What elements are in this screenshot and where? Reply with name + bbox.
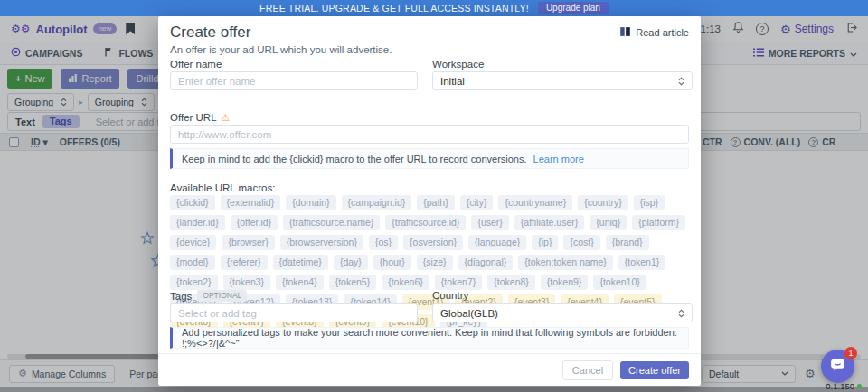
notification-badge: 1 xyxy=(844,347,857,359)
macro-chip[interactable]: {trafficsource.id} xyxy=(385,215,466,230)
macros-label: Available URL macros: xyxy=(170,182,275,193)
cancel-button[interactable]: Cancel xyxy=(562,360,613,380)
offer-name-label: Offer name xyxy=(170,59,222,70)
book-icon xyxy=(619,26,631,39)
macro-chip[interactable]: {path} xyxy=(417,195,454,210)
macro-chip[interactable]: {referer} xyxy=(221,255,268,270)
macro-chip[interactable]: {clickid} xyxy=(170,195,215,210)
create-offer-modal: Create offer An offer is your ad URL whi… xyxy=(158,16,701,386)
macro-chip[interactable]: {size} xyxy=(417,255,453,270)
macro-chip[interactable]: {diagonal} xyxy=(458,255,514,270)
macro-chip[interactable]: {browser} xyxy=(222,235,274,250)
country-label: Country xyxy=(432,290,468,301)
workspace-label: Workspace xyxy=(432,59,484,70)
macro-chip[interactable]: {uniq} xyxy=(590,215,627,230)
macro-chip[interactable]: {domain} xyxy=(286,195,335,210)
promo-banner: FREE TRIAL. UPGRADE & GET FULL ACCESS IN… xyxy=(0,0,868,16)
macro-chip[interactable]: {token1} xyxy=(618,255,666,270)
macro-chip[interactable]: {token10} xyxy=(593,275,646,290)
macro-chip[interactable]: {hour} xyxy=(373,255,411,270)
macro-chip[interactable]: {language} xyxy=(468,235,526,250)
tags-input[interactable] xyxy=(170,303,418,322)
macro-chip[interactable]: {token3} xyxy=(223,275,271,290)
clickid-note: Keep in mind to add the {clickid} macro … xyxy=(170,148,689,169)
macro-chip[interactable]: {device} xyxy=(170,235,216,250)
macro-chip[interactable]: {token6} xyxy=(382,275,429,290)
macro-chip[interactable]: {browserversion} xyxy=(280,235,363,250)
macro-chip[interactable]: {countryname} xyxy=(498,195,572,210)
app-window: FREE TRIAL. UPGRADE & GET FULL ACCESS IN… xyxy=(0,0,868,392)
macro-chip[interactable]: {token7} xyxy=(435,275,483,290)
macro-chip[interactable]: {user} xyxy=(471,215,508,230)
macro-chip[interactable]: {ip} xyxy=(532,235,558,250)
macro-chip[interactable]: {platform} xyxy=(632,215,685,230)
macro-chip[interactable]: {token8} xyxy=(487,275,535,290)
macro-chip[interactable]: {day} xyxy=(334,255,368,270)
macro-chip[interactable]: {country} xyxy=(578,195,627,210)
workspace-select[interactable]: Initial xyxy=(432,71,693,90)
macro-chip[interactable]: {trafficsource.name} xyxy=(283,215,380,230)
promo-text: FREE TRIAL. UPGRADE & GET FULL ACCESS IN… xyxy=(259,3,529,14)
macro-chip[interactable]: {datetime} xyxy=(273,255,328,270)
offer-url-input[interactable] xyxy=(170,125,689,144)
learn-more-link[interactable]: Learn more xyxy=(533,154,584,164)
macro-chip[interactable]: {token5} xyxy=(329,275,377,290)
optional-badge: OPTIONAL xyxy=(197,290,247,302)
macro-chip[interactable]: {token9} xyxy=(541,275,589,290)
modal-title: Create offer xyxy=(170,23,250,42)
chat-icon xyxy=(829,356,846,377)
tags-label: Tags OPTIONAL xyxy=(170,290,247,302)
macro-chip[interactable]: {offer.id} xyxy=(231,215,278,230)
version-label: 0.1.150 xyxy=(826,381,862,391)
macro-chip[interactable]: {affiliate.user} xyxy=(514,215,584,230)
macro-chip[interactable]: {campaign.id} xyxy=(342,195,412,210)
macro-chip[interactable]: {token:token name} xyxy=(518,255,613,270)
macro-chip[interactable]: {token2} xyxy=(170,275,218,290)
upgrade-plan-button[interactable]: Upgrade plan xyxy=(538,2,609,14)
create-offer-button[interactable]: Create offer xyxy=(620,361,689,379)
macro-chip[interactable]: {osversion} xyxy=(403,235,463,250)
modal-footer: Cancel Create offer xyxy=(158,353,701,386)
macro-chip[interactable]: {externalid} xyxy=(221,195,281,210)
macro-chip[interactable]: {lander.id} xyxy=(170,215,225,230)
modal-subtitle: An offer is your ad URL which you will a… xyxy=(170,44,392,55)
offer-url-label: Offer URL⚠ xyxy=(170,112,230,124)
macro-chip[interactable]: {isp} xyxy=(634,195,665,210)
macro-chip[interactable]: {brand} xyxy=(606,235,649,250)
tags-note: Add personalized tags to make your searc… xyxy=(170,327,689,349)
macro-chip[interactable]: {model} xyxy=(170,255,215,270)
offer-name-input[interactable] xyxy=(170,71,418,90)
warning-icon: ⚠ xyxy=(222,112,231,123)
chat-widget-button[interactable]: 1 xyxy=(821,350,854,383)
status-dot xyxy=(857,384,862,388)
macro-chip[interactable]: {cost} xyxy=(563,235,599,250)
macro-chip[interactable]: {os} xyxy=(369,235,398,250)
country-select[interactable]: Global(GLB) xyxy=(432,303,693,322)
macro-chip[interactable]: {token4} xyxy=(276,275,324,290)
macro-chip[interactable]: {city} xyxy=(460,195,494,210)
read-article-link[interactable]: Read article xyxy=(619,26,689,39)
